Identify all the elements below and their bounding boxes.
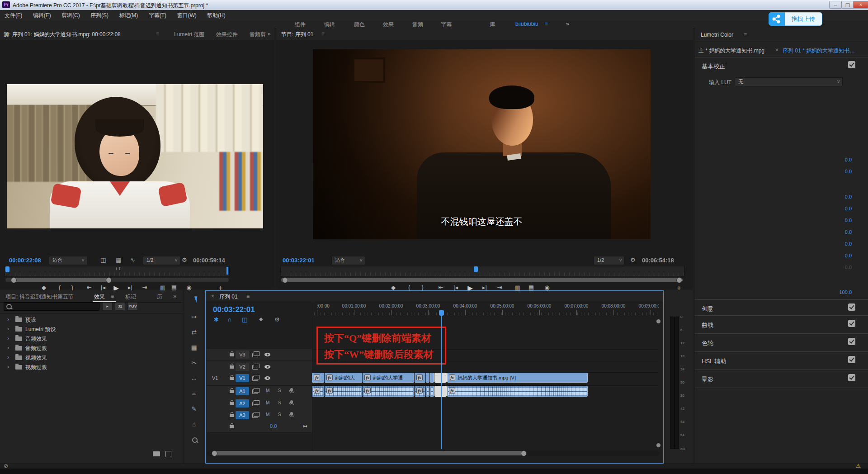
source-playhead[interactable]: [5, 266, 9, 272]
track-v3-label[interactable]: V3: [236, 351, 249, 359]
workspace-panel-menu-icon[interactable]: ≡: [545, 21, 548, 27]
maximize-button[interactable]: ▢: [841, 1, 854, 9]
scroll-handle-left[interactable]: [212, 450, 217, 456]
program-resolution-dropdown[interactable]: 1/2 ˅: [594, 256, 625, 265]
timeline-hscroll-thumb[interactable]: [213, 451, 525, 455]
tab-markers[interactable]: 标记: [125, 293, 136, 301]
section-curves[interactable]: 曲线: [702, 321, 713, 329]
temperature-value[interactable]: 0.0: [829, 157, 852, 162]
highlights-value[interactable]: 0.0: [829, 218, 852, 223]
menu-help[interactable]: 帮助(H): [203, 10, 230, 21]
source-fit-dropdown[interactable]: 适合 ˅: [49, 256, 87, 265]
timeline-hscrollbar[interactable]: [207, 450, 659, 456]
workspace-overflow-icon[interactable]: »: [566, 21, 569, 27]
tool-razor[interactable]: ✂: [188, 357, 200, 368]
tab-lumetri-color[interactable]: Lumetri Color: [701, 32, 733, 38]
minimize-button[interactable]: –: [829, 1, 842, 9]
timeline-ruler[interactable]: :00:00 00:01:00:00 00:02:00:00 00:03:00:…: [312, 303, 659, 323]
timeline-clip-video-sliver[interactable]: [430, 373, 434, 383]
lumetri-master-clip-label[interactable]: 主 * 妈妈的大学通知书.mpg: [698, 47, 764, 55]
timeline-settings-icon[interactable]: ⚙: [274, 316, 280, 323]
tool-selection[interactable]: [188, 296, 200, 307]
lock-icon[interactable]: [230, 414, 234, 417]
tab-sequence-01[interactable]: 序列 01: [219, 293, 238, 301]
program-panel-menu-icon[interactable]: ≡: [321, 31, 325, 37]
menu-sequence[interactable]: 序列(S): [86, 10, 113, 21]
add-marker-icon[interactable]: ◆: [259, 316, 263, 322]
new-bin-icon[interactable]: [153, 451, 160, 456]
timeline-clip-audio[interactable]: fx: [325, 386, 362, 397]
workspace-tab-assembly[interactable]: 组件: [295, 21, 306, 28]
step-back-icon[interactable]: |◂: [97, 284, 109, 291]
sync-lock-icon[interactable]: [252, 376, 258, 381]
eye-toggle-icon[interactable]: [264, 376, 270, 380]
source-tabs-overflow-icon[interactable]: »: [268, 31, 271, 37]
tool-pen[interactable]: ✎: [188, 403, 200, 414]
export-frame-icon[interactable]: ◉: [541, 284, 553, 291]
timeline-clip-audio-sliver[interactable]: [430, 386, 434, 397]
vignette-checkbox[interactable]: [848, 374, 855, 381]
eye-toggle-icon[interactable]: [264, 353, 270, 356]
filter-yuv-button[interactable]: YUV: [127, 302, 138, 311]
source-resolution-dropdown[interactable]: 1/2 ˅: [143, 256, 180, 265]
hsl-secondary-checkbox[interactable]: [848, 356, 855, 363]
workspace-tab-library[interactable]: 库: [490, 21, 495, 28]
timeline-clip-video-selected[interactable]: [434, 373, 447, 383]
effects-bin-presets[interactable]: › 预设: [0, 315, 183, 324]
color-wheels-checkbox[interactable]: [848, 338, 855, 345]
tab-source[interactable]: 源: 序列 01: 妈妈的大学通知书.mpg: 00:00:22:08: [4, 31, 121, 38]
snap-magnet-icon[interactable]: ∩: [227, 316, 231, 323]
menu-window[interactable]: 窗口(W): [172, 10, 201, 21]
effects-bin-audio-effects[interactable]: › 音频效果: [0, 334, 183, 343]
solo-button[interactable]: S: [278, 388, 281, 393]
sync-lock-icon[interactable]: [252, 365, 258, 370]
add-marker-icon[interactable]: ◆: [387, 284, 399, 291]
overwrite-icon[interactable]: ▤: [168, 284, 180, 291]
filter-32bit-button[interactable]: 32: [115, 302, 125, 311]
timeline-clip-audio-sliver[interactable]: [426, 386, 429, 397]
track-a3-label[interactable]: A3: [236, 411, 249, 419]
sync-lock-icon[interactable]: [252, 402, 258, 406]
zoom-handle-left[interactable]: [11, 277, 17, 283]
disclosure-icon[interactable]: ›: [7, 354, 9, 360]
effects-panel-menu-icon[interactable]: ≡: [111, 293, 114, 299]
timeline-panel-menu-icon[interactable]: ≡: [246, 293, 250, 299]
timeline-clip-video[interactable]: fx妈妈的大学通: [363, 373, 414, 383]
sync-lock-icon[interactable]: [252, 413, 258, 418]
tool-hand[interactable]: ☝: [188, 419, 200, 430]
voiceover-mic-icon[interactable]: [290, 400, 293, 404]
timeline-clip-video[interactable]: fx妈妈的大: [325, 373, 362, 383]
tab-effects[interactable]: 效果: [94, 293, 105, 301]
tool-ripple-edit[interactable]: ⇄: [188, 327, 200, 337]
disclosure-icon[interactable]: ›: [7, 364, 9, 370]
source-scrubber[interactable]: [5, 266, 230, 276]
input-lut-dropdown[interactable]: 无 ˅: [735, 77, 843, 86]
exposure-value[interactable]: 0.0: [829, 194, 852, 199]
zoom-handle-right[interactable]: [676, 277, 682, 283]
nest-insert-icon[interactable]: ✱: [214, 316, 219, 323]
solo-button[interactable]: S: [278, 400, 281, 405]
add-marker-icon[interactable]: ◆: [38, 284, 50, 291]
tab-audio-mixer[interactable]: 音频剪: [250, 31, 266, 38]
lock-icon[interactable]: [230, 377, 234, 380]
go-to-in-icon[interactable]: ⇤: [435, 284, 447, 291]
vscroll-handle-top[interactable]: [656, 319, 660, 323]
hdr-highlight-value[interactable]: 0.0: [829, 265, 852, 270]
go-to-out-icon[interactable]: ⇥: [494, 284, 505, 291]
safe-margins-icon[interactable]: ◫: [100, 256, 106, 263]
tab-history[interactable]: 历: [157, 293, 162, 301]
curves-checkbox[interactable]: [848, 320, 855, 327]
disclosure-icon[interactable]: ›: [7, 326, 9, 332]
creative-checkbox[interactable]: [848, 303, 855, 311]
step-back-icon[interactable]: |◂: [450, 284, 462, 291]
mute-button[interactable]: M: [266, 388, 269, 393]
contrast-value[interactable]: 0.0: [829, 206, 852, 211]
mark-in-icon[interactable]: {: [403, 284, 415, 291]
timeline-playhead-line[interactable]: [441, 316, 442, 449]
creative-cloud-sync-icon[interactable]: ⊘: [4, 463, 8, 469]
timeline-clip-audio-selected[interactable]: [434, 386, 447, 397]
netdisk-upload-button[interactable]: 拖拽上传: [769, 12, 823, 26]
scroll-handle-right[interactable]: [521, 450, 527, 456]
section-creative[interactable]: 创意: [702, 305, 713, 313]
source-patch-v1[interactable]: V1: [212, 375, 218, 381]
